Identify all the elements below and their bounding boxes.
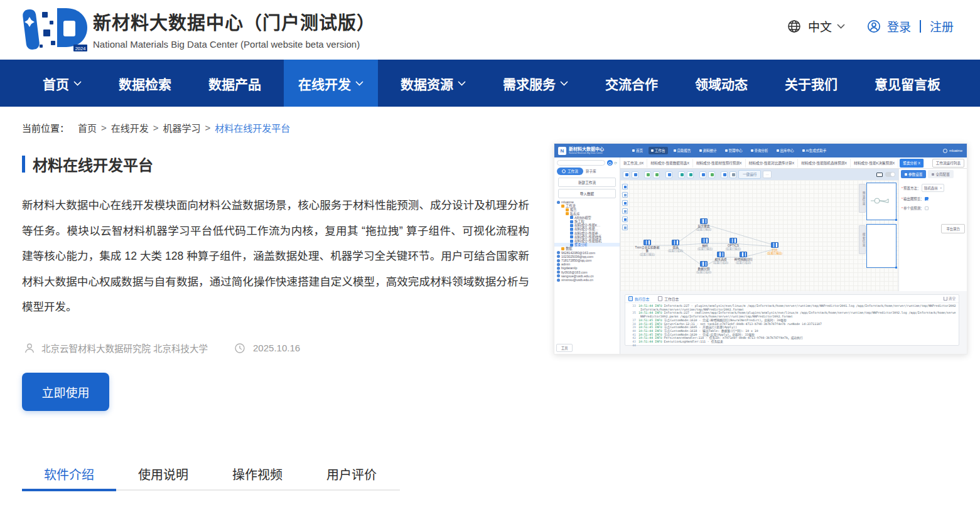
nav-item-data-products[interactable]: 数据产品 xyxy=(194,60,276,107)
single-value-checkbox[interactable] xyxy=(925,206,929,210)
save-icon[interactable] xyxy=(623,171,630,178)
workflow-tab[interactable]: 材料成分-性能对比遗传计算X xyxy=(746,159,799,168)
view-toggle[interactable] xyxy=(885,172,895,177)
new-workflow-button[interactable]: 新建工作流 xyxy=(558,178,616,187)
app-menu-item[interactable]: 自助报告 xyxy=(671,147,694,154)
tree-item-icon xyxy=(570,243,573,247)
zoom-in-icon[interactable] xyxy=(678,171,685,178)
execution-log-tab[interactable]: 执行日志 xyxy=(628,296,649,302)
app-menu-item[interactable]: 出库中心 xyxy=(774,147,797,154)
nav-item-home[interactable]: 首页 xyxy=(28,60,96,107)
run-list-button[interactable]: 工作流运行列表 xyxy=(932,159,964,168)
nav-item-domain-news[interactable]: 领域动态 xyxy=(681,60,762,107)
node-dataset[interactable]: Txxx合金实验数据集(结果已输出) xyxy=(635,240,660,256)
preset-method-select[interactable]: 随机森林▾ xyxy=(922,184,944,192)
breadcrumb-machine-learning[interactable]: 机器学习 xyxy=(163,121,201,134)
settings-icon[interactable] xyxy=(721,171,728,178)
output-preview-checkbox[interactable] xyxy=(925,197,929,201)
tab-usage-instructions[interactable]: 使用说明 xyxy=(116,460,210,497)
minimap-preview[interactable] xyxy=(866,183,897,220)
node-merge[interactable]: 归并(结果已输出) xyxy=(762,242,787,255)
breadcrumb-current[interactable]: 材料在线开发平台 xyxy=(215,121,290,134)
tools-tab[interactable]: 工具 xyxy=(556,344,573,352)
preview-info-tab[interactable]: 预览信息 xyxy=(859,184,866,213)
fit-view-icon[interactable] xyxy=(622,200,628,206)
print-icon[interactable] xyxy=(699,171,706,178)
nav-item-feedback-board[interactable]: 意见留言板 xyxy=(860,60,955,107)
node-optics[interactable]: OPTICS(结果已输出) xyxy=(721,238,746,251)
language-selector[interactable]: 中文 xyxy=(808,18,832,35)
app-menu-item[interactable]: AI生成式助手 xyxy=(800,147,829,154)
operator-library-toggle[interactable]: 算子库 xyxy=(586,169,596,174)
platform-compute-button[interactable]: 平台算力 xyxy=(941,224,965,233)
tree-item[interactable]: xinxinxu@ustb.edu.cn xyxy=(554,278,620,282)
zoom-out-icon[interactable] xyxy=(687,171,694,178)
cluster-icon[interactable] xyxy=(622,208,628,214)
app-menu-item[interactable]: 管理中心 xyxy=(723,147,745,154)
nav-item-data-search[interactable]: 数据检索 xyxy=(104,60,186,107)
workflow-tab[interactable]: 聚类分析 X xyxy=(900,159,924,168)
search-info-tab[interactable]: 搜索信息 xyxy=(859,225,866,254)
layout-icon[interactable] xyxy=(708,171,715,178)
app-user[interactable]: mluatme xyxy=(943,149,962,153)
chevron-down-icon[interactable] xyxy=(837,24,845,29)
tab-user-reviews[interactable]: 用户评价 xyxy=(304,460,399,497)
node-hierarchical-clustering[interactable]: 层次聚类(结果已输出) xyxy=(691,218,716,232)
app-menu-item[interactable]: 资料统计 xyxy=(697,147,719,154)
breadcrumb-online-dev[interactable]: 在线开发 xyxy=(111,121,149,134)
refresh-icon[interactable]: ⟳ xyxy=(614,161,617,165)
workflow-tab[interactable]: 材料成分-性能材性预行预测X xyxy=(693,159,746,168)
nav-item-about-us[interactable]: 关于我们 xyxy=(770,60,852,107)
login-link[interactable]: 登录 xyxy=(887,18,911,35)
resize-handle[interactable] xyxy=(895,219,898,221)
app-menu-item[interactable]: 查询分析 xyxy=(748,147,771,154)
redo-icon[interactable] xyxy=(653,171,660,178)
node-filter[interactable]: 筛选(结果已成功) xyxy=(663,240,688,253)
image-icon[interactable] xyxy=(622,192,628,198)
workflow-canvas[interactable]: Txxx合金实验数据集(结果已输出) 筛选(结果已成功) 层次聚类(结果已输出)… xyxy=(620,180,898,291)
search-input[interactable] xyxy=(557,160,605,166)
workflow-tab[interactable]: 材料成分-性能数据筛选X xyxy=(647,159,693,168)
tree-item-icon xyxy=(557,201,560,204)
chevron-down-icon xyxy=(73,81,82,86)
node-data-split[interactable]: 数据分割(结果已成功) xyxy=(691,261,716,274)
tree-item-icon xyxy=(557,267,560,270)
use-now-button[interactable]: 立即使用 xyxy=(22,373,109,411)
work-log-tab[interactable]: 工作日志 xyxy=(658,296,679,302)
nav-item-cooperation[interactable]: 交流合作 xyxy=(591,60,672,107)
app-menu-item[interactable]: 首页 xyxy=(630,147,645,154)
chart-icon[interactable] xyxy=(622,216,628,222)
minimap-secondary[interactable] xyxy=(866,224,897,268)
save-as-icon[interactable] xyxy=(632,171,638,178)
clear-log-button[interactable]: 清空 xyxy=(944,296,956,301)
global-config-tab[interactable]: 全局配置 xyxy=(928,170,953,178)
tab-operation-video[interactable]: 操作视频 xyxy=(210,460,304,497)
site-subtitle: National Materials Big Data Center (Port… xyxy=(93,39,375,50)
resize-handle[interactable] xyxy=(895,267,898,269)
node-sampling[interactable]: 抽样(结果已输出) xyxy=(692,238,718,251)
monitor-icon[interactable] xyxy=(876,173,883,177)
nav-item-data-resources[interactable]: 数据资源 xyxy=(386,60,480,107)
workflow-tab[interactable]: 新工作流_0X xyxy=(620,159,647,168)
nav-item-online-dev[interactable]: 在线开发 xyxy=(284,60,378,107)
search-icon[interactable] xyxy=(607,160,613,166)
workflow-tabs: 新工作流_0X材料成分-性能数据筛选X材料成分-性能材性预行预测X材料成分-性能… xyxy=(620,159,924,168)
one-click-run-button[interactable]: 一键运行 xyxy=(738,170,761,179)
workflow-toggle[interactable]: 工作流 xyxy=(557,168,583,175)
flag-icon[interactable] xyxy=(622,225,628,230)
tab-software-intro[interactable]: 软件介绍 xyxy=(22,460,116,497)
param-settings-tab[interactable]: 参数设置 xyxy=(901,170,926,178)
import-data-button[interactable]: 导入数据 xyxy=(558,189,616,198)
component-icon[interactable] xyxy=(622,184,628,189)
nav-item-demand-services[interactable]: 需求服务 xyxy=(488,60,583,107)
export-icon[interactable] xyxy=(730,171,736,178)
register-link[interactable]: 注册 xyxy=(930,18,954,35)
undo-icon[interactable] xyxy=(644,171,651,178)
workflow-tab[interactable]: 材料成分-性能随机森林预测X xyxy=(798,159,851,168)
node-neural-network[interactable]: 神经网络回归(结果已成功) xyxy=(731,252,756,265)
delete-icon[interactable] xyxy=(665,171,672,178)
more-button[interactable]: ··· xyxy=(763,171,772,178)
app-menu-item[interactable]: 工作台 xyxy=(649,147,668,154)
breadcrumb-home[interactable]: 首页 xyxy=(78,121,97,134)
workflow-tab[interactable]: 材料成分-性能K决策预测X xyxy=(851,159,898,168)
